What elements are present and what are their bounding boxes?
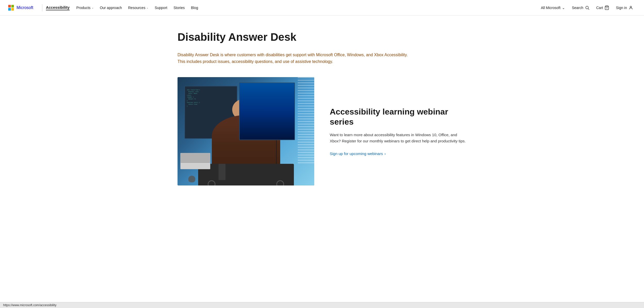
nav-blog[interactable]: Blog <box>188 4 201 12</box>
accessibility-nav-brand[interactable]: Accessibility <box>46 5 70 10</box>
main-content: Disability Answer Desk Disability Answer… <box>0 15 644 201</box>
monitor-glow <box>240 84 292 138</box>
nav-stories[interactable]: Stories <box>171 4 187 12</box>
nav-products[interactable]: Products ⌄ <box>74 4 96 12</box>
right-monitor-content <box>240 85 292 138</box>
cart-icon <box>605 5 609 10</box>
microsoft-wordmark: Microsoft <box>17 5 33 10</box>
all-microsoft-button[interactable]: All Microsoft ⌄ <box>538 4 568 12</box>
search-icon <box>585 5 590 10</box>
mouse <box>188 176 195 182</box>
page-title: Disability Answer Desk <box>178 31 466 43</box>
cart-button[interactable]: Cart <box>594 3 612 12</box>
nav-support[interactable]: Support <box>152 4 170 12</box>
webinar-signup-link[interactable]: Sign up for upcoming webinars › <box>330 151 466 156</box>
ms-logo-grid <box>8 5 14 11</box>
microsoft-logo-link[interactable]: Microsoft <box>8 5 33 11</box>
webinar-description: Want to learn more about accessibility f… <box>330 132 466 144</box>
nav-resources[interactable]: Resources ⌄ <box>125 4 151 12</box>
wheelchair-base <box>198 164 294 185</box>
nav-right: All Microsoft ⌄ Search Cart Sign in <box>538 3 636 12</box>
products-chevron-icon: ⌄ <box>92 6 94 9</box>
svg-line-1 <box>588 9 589 10</box>
blinds <box>298 77 314 164</box>
svg-point-3 <box>630 6 632 8</box>
webinar-link-chevron-icon: › <box>384 151 386 156</box>
webinar-title: Accessibility learning webinar series <box>330 107 466 127</box>
speaker <box>219 164 226 180</box>
all-microsoft-chevron-icon: ⌄ <box>562 6 565 10</box>
nav-our-approach[interactable]: Our approach <box>97 4 125 12</box>
user-icon <box>629 5 633 10</box>
resources-chevron-icon: ⌄ <box>146 6 148 9</box>
content-grid: <div class="nav"> display: flex; color: … <box>178 77 466 185</box>
webinar-panel: Accessibility learning webinar series Wa… <box>330 107 466 156</box>
signin-button[interactable]: Sign in <box>613 3 636 12</box>
laptop <box>180 153 211 169</box>
nav-divider <box>42 4 42 11</box>
page-intro: Disability Answer Desk is where customer… <box>178 52 410 65</box>
nav-links: Products ⌄ Our approach Resources ⌄ Supp… <box>74 4 538 12</box>
hero-image: <div class="nav"> display: flex; color: … <box>178 77 314 185</box>
hero-image-placeholder: <div class="nav"> display: flex; color: … <box>178 77 314 185</box>
main-nav: Microsoft Accessibility Products ⌄ Our a… <box>0 0 644 15</box>
svg-point-0 <box>586 6 589 9</box>
search-button[interactable]: Search <box>569 3 592 12</box>
